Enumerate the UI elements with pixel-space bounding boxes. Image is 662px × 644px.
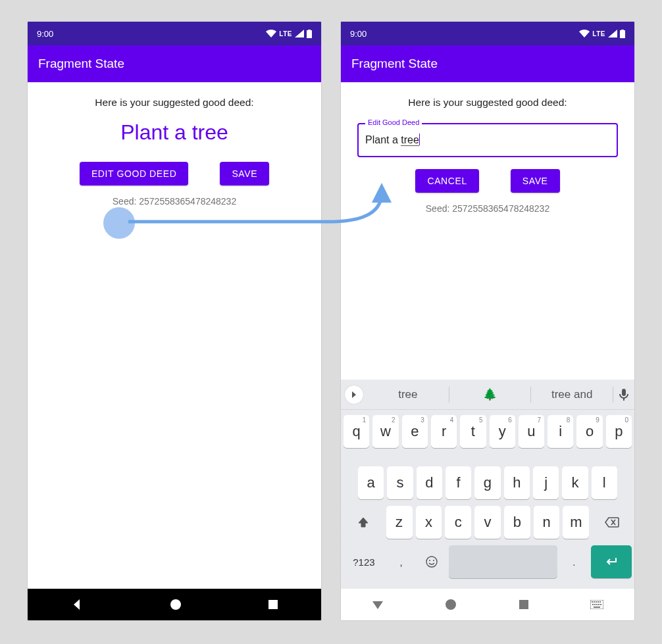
key-h[interactable]: h — [504, 466, 530, 499]
lte-label: LTE — [279, 30, 292, 37]
svg-point-5 — [446, 599, 456, 610]
key-q[interactable]: q — [344, 415, 369, 448]
save-button[interactable]: SAVE — [220, 162, 269, 186]
save-button[interactable]: SAVE — [511, 169, 560, 193]
svg-rect-14 — [594, 604, 596, 605]
status-icons: LTE — [579, 30, 625, 38]
svg-rect-17 — [600, 604, 601, 605]
seed-text: Seed: 2572558365478248232 — [426, 203, 549, 214]
svg-point-2 — [426, 557, 437, 567]
svg-rect-6 — [519, 600, 528, 609]
edit-good-deed-input[interactable]: Edit Good Deed Plant a tree — [357, 123, 618, 157]
key-c[interactable]: c — [445, 506, 471, 539]
key-p[interactable]: p — [606, 415, 632, 448]
clock-text: 9:00 — [37, 29, 53, 39]
key-r[interactable]: r — [431, 415, 457, 448]
edit-field-label: Edit Good Deed — [365, 118, 422, 126]
period-key[interactable]: . — [561, 545, 588, 578]
svg-point-0 — [170, 599, 181, 610]
soft-keyboard: tree 🌲 tree and qwertyuiop asdfghjkl zxc… — [341, 380, 634, 589]
hint-text: Here is your suggested good deed: — [408, 97, 567, 109]
navigation-bar — [28, 589, 321, 620]
battery-icon — [620, 30, 625, 38]
backspace-key[interactable] — [592, 506, 632, 539]
key-b[interactable]: b — [504, 506, 530, 539]
signal-icon — [608, 30, 617, 37]
phone-view-edit: 9:00 LTE Fragment State Here is your sug… — [340, 21, 635, 621]
svg-rect-12 — [599, 601, 601, 603]
emoji-key[interactable] — [418, 545, 445, 578]
key-k[interactable]: k — [562, 466, 588, 499]
key-m[interactable]: m — [563, 506, 589, 539]
toolbar-title: Fragment State — [351, 57, 438, 71]
key-u[interactable]: u — [519, 415, 544, 448]
shift-key[interactable] — [344, 506, 383, 539]
app-toolbar: Fragment State — [341, 45, 634, 82]
edit-value-prefix: Plant a — [365, 134, 401, 145]
key-n[interactable]: n — [534, 506, 560, 539]
suggestion-2[interactable]: 🌲 — [449, 387, 532, 403]
key-g[interactable]: g — [474, 466, 500, 499]
main-content: Here is your suggested good deed: Edit G… — [341, 82, 634, 380]
comma-key[interactable]: , — [388, 545, 415, 578]
signal-icon — [295, 30, 304, 37]
edit-value-underlined: tree — [401, 134, 419, 146]
wifi-icon — [579, 30, 590, 37]
svg-rect-11 — [598, 601, 599, 603]
space-key[interactable] — [449, 545, 557, 578]
key-v[interactable]: v — [474, 506, 501, 539]
nav-recent-button[interactable] — [268, 599, 278, 610]
symbols-key[interactable]: ?123 — [344, 545, 384, 578]
enter-key[interactable] — [591, 545, 632, 578]
key-z[interactable]: z — [386, 506, 413, 539]
svg-point-3 — [429, 560, 430, 561]
key-f[interactable]: f — [446, 466, 471, 499]
key-j[interactable]: j — [533, 466, 559, 499]
cancel-button[interactable]: CANCEL — [415, 169, 478, 193]
key-w[interactable]: w — [372, 415, 398, 448]
key-d[interactable]: d — [417, 466, 442, 499]
mic-button[interactable] — [613, 389, 634, 401]
status-icons: LTE — [266, 30, 312, 38]
suggestion-bar: tree 🌲 tree and — [341, 380, 634, 410]
suggestion-1[interactable]: tree — [367, 387, 449, 403]
edit-good-deed-button[interactable]: EDIT GOOD DEED — [80, 162, 189, 186]
clock-text: 9:00 — [350, 29, 367, 39]
text-cursor — [419, 134, 420, 145]
svg-rect-9 — [594, 601, 595, 603]
expand-suggestions-button[interactable] — [345, 385, 363, 404]
phone-view-read: 9:00 LTE Fragment State Here is your sug… — [27, 21, 322, 621]
key-y[interactable]: y — [490, 415, 515, 448]
nav-keyboard-button[interactable] — [590, 600, 603, 609]
key-i[interactable]: i — [547, 415, 573, 448]
status-bar: 9:00 LTE — [28, 22, 321, 45]
navigation-bar — [341, 589, 634, 620]
svg-rect-13 — [592, 604, 594, 605]
svg-rect-16 — [598, 604, 599, 605]
svg-rect-18 — [594, 607, 600, 608]
battery-icon — [307, 30, 312, 38]
key-l[interactable]: l — [592, 466, 617, 499]
nav-home-button[interactable] — [445, 599, 457, 610]
nav-back-button[interactable] — [372, 600, 384, 609]
wifi-icon — [266, 30, 276, 37]
svg-rect-1 — [268, 600, 278, 609]
suggestion-3[interactable]: tree and — [531, 387, 613, 403]
svg-rect-10 — [596, 601, 597, 603]
key-o[interactable]: o — [576, 415, 602, 448]
toolbar-title: Fragment State — [38, 57, 124, 71]
deed-text: Plant a tree — [120, 120, 228, 145]
nav-home-button[interactable] — [170, 599, 182, 610]
key-a[interactable]: a — [358, 466, 384, 499]
svg-rect-15 — [596, 604, 598, 605]
key-s[interactable]: s — [387, 466, 413, 499]
key-x[interactable]: x — [416, 506, 442, 539]
key-e[interactable]: e — [402, 415, 428, 448]
hint-text: Here is your suggested good deed: — [95, 97, 253, 109]
svg-point-4 — [433, 560, 434, 561]
nav-recent-button[interactable] — [519, 599, 529, 610]
status-bar: 9:00 LTE — [341, 22, 634, 45]
touch-ripple-indicator — [103, 207, 135, 239]
key-t[interactable]: t — [460, 415, 486, 448]
nav-back-button[interactable] — [70, 598, 84, 611]
